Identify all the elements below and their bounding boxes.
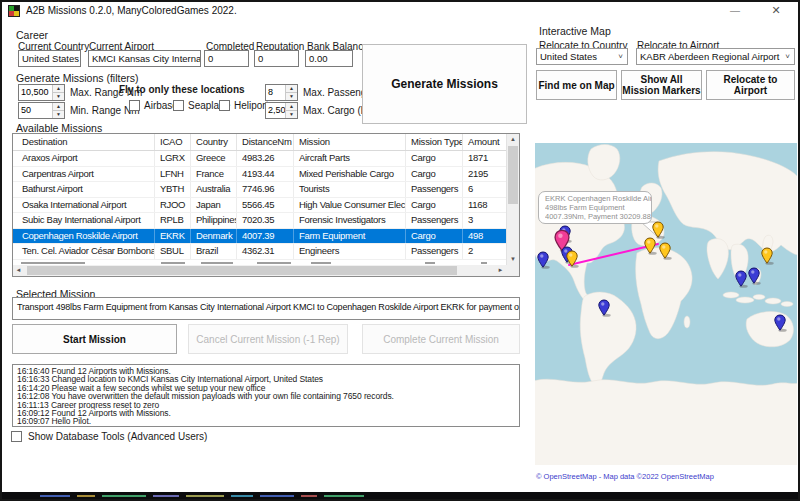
missions-table[interactable]: DestinationICAOCountryDistanceNmMissionM…: [12, 133, 520, 277]
map-pin-blue[interactable]: [747, 267, 761, 289]
map-pin-yellow[interactable]: [658, 242, 672, 264]
horizontal-scrollbar[interactable]: ◄ ►: [13, 265, 506, 276]
map-pin-blue[interactable]: [734, 270, 748, 292]
scroll-down-icon[interactable]: ▼: [507, 254, 519, 265]
stepper-down-icon[interactable]: ▼: [286, 111, 297, 118]
column-header[interactable]: Mission: [294, 134, 406, 150]
vertical-scrollbar[interactable]: ▲ ▼: [506, 134, 519, 265]
current-country-field[interactable]: United States: [18, 50, 81, 67]
column-header[interactable]: Mission Type: [406, 134, 463, 150]
log-box[interactable]: 16:16:40 Found 12 Airports with Missions…: [12, 364, 520, 427]
log-line: 16:12:08 You have overwritten the defaul…: [17, 392, 515, 400]
table-cell: Cargo: [406, 198, 463, 213]
tooltip-line: 498lbs Farm Equipment: [545, 203, 651, 212]
selected-mission-text[interactable]: Transport 498lbs Farm Equipment from Kan…: [12, 297, 520, 320]
log-line: 16:11:13 Career progress reset to zero: [17, 401, 515, 409]
cancel-mission-button[interactable]: Cancel Current Mission (-1 Rep): [188, 324, 348, 354]
max-range-stepper[interactable]: 10,500 ▲▼: [18, 84, 65, 101]
show-all-mission-markers-button[interactable]: Show All Mission Markers: [621, 70, 702, 100]
table-cell: 7746.96: [237, 182, 294, 197]
horizontal-scrollbar-thumb[interactable]: [27, 266, 457, 275]
table-row[interactable]: Subic Bay International AirportRPLBPhili…: [13, 213, 506, 229]
app-icon: [8, 5, 20, 17]
interactive-map[interactable]: EKRK Copenhagen Roskilde Airport 498lbs …: [535, 143, 797, 465]
max-passengers-stepper[interactable]: 8 ▲▼: [265, 84, 298, 101]
table-row[interactable]: Araxos AirportLGRXGreece4983.26Aircraft …: [13, 151, 506, 167]
stepper-down-icon[interactable]: ▼: [53, 111, 64, 118]
map-pin-yellow[interactable]: [643, 237, 657, 259]
column-header[interactable]: Amount: [463, 134, 506, 150]
max-cargo-stepper[interactable]: 2,500 ▲▼: [265, 102, 298, 119]
table-row[interactable]: Copenhagen Roskilde AirportEKRKDenmark40…: [13, 229, 506, 245]
heliport-checkbox-label: Heliport: [234, 100, 268, 111]
map-pin-blue[interactable]: [536, 251, 550, 273]
scroll-left-icon[interactable]: ◄: [13, 265, 24, 276]
min-range-value: 50: [19, 103, 52, 118]
table-row[interactable]: Osaka International AirportRJOOJapan5566…: [13, 198, 506, 214]
table-cell: 2: [463, 244, 506, 259]
relocate-to-airport-button[interactable]: Relocate to Airport: [706, 70, 795, 100]
bank-balance-field[interactable]: 0.00: [305, 50, 353, 67]
tooltip-line: EKRK Copenhagen Roskilde Airport: [545, 194, 651, 203]
table-cell: Australia: [191, 182, 237, 197]
table-cell: 6: [463, 182, 506, 197]
fly-locations-label: Fly to only these locations: [119, 84, 245, 95]
generate-missions-button[interactable]: Generate Missions: [362, 44, 527, 124]
relocate-country-value: United States: [540, 51, 597, 62]
current-airport-field[interactable]: KMCI Kansas City International Airport: [88, 50, 201, 67]
relocate-country-select[interactable]: United States ˅: [536, 48, 628, 65]
title-bar[interactable]: A2B Missions 0.2.0, ManyColoredGames 202…: [2, 2, 798, 20]
column-header[interactable]: ICAO: [155, 134, 191, 150]
table-cell: Mixed Perishable Cargo: [294, 167, 406, 182]
map-pin-blue[interactable]: [597, 299, 611, 321]
show-db-tools-checkbox[interactable]: [11, 431, 22, 442]
table-cell: Cargo: [406, 229, 463, 244]
completed-field[interactable]: 0: [204, 50, 249, 67]
table-cell: Engineers: [294, 244, 406, 259]
log-line: 16:09:12 Found 12 Airports with Missions…: [17, 409, 515, 417]
max-range-value: 10,500: [19, 85, 52, 100]
chevron-down-icon: ˅: [614, 52, 627, 61]
find-me-on-map-button[interactable]: Find me on Map: [536, 70, 617, 100]
scroll-right-icon[interactable]: ►: [495, 265, 506, 276]
vertical-scrollbar-thumb[interactable]: [508, 146, 518, 204]
table-row[interactable]: Carpentras AirportLFNHFrance4193.44Mixed…: [13, 167, 506, 183]
column-header[interactable]: DistanceNm: [237, 134, 294, 150]
table-row[interactable]: Ten. Cel. Aviador César Bombonato Airpor…: [13, 244, 506, 260]
stepper-up-icon[interactable]: ▲: [286, 103, 297, 111]
log-line: 16:09:07 Hello Pilot.: [17, 417, 515, 425]
column-header[interactable]: Destination: [13, 134, 155, 150]
table-header-row[interactable]: DestinationICAOCountryDistanceNmMissionM…: [13, 134, 506, 151]
table-row-partial[interactable]: [13, 260, 506, 265]
scroll-up-icon[interactable]: ▲: [507, 134, 519, 145]
map-pin-blue[interactable]: [773, 314, 787, 336]
min-range-stepper[interactable]: 50 ▲▼: [18, 102, 65, 119]
seaplane-checkbox[interactable]: [173, 100, 184, 111]
minimize-button[interactable]: —: [722, 6, 748, 18]
interactive-map-label: Interactive Map: [539, 25, 611, 37]
relocate-airport-select[interactable]: KABR Aberdeen Regional Airport ˅: [636, 48, 795, 65]
table-row[interactable]: Bathurst AirportYBTHAustralia7746.96Tour…: [13, 182, 506, 198]
stepper-up-icon[interactable]: ▲: [286, 85, 297, 93]
table-cell: LFNH: [155, 167, 191, 182]
heliport-checkbox[interactable]: [219, 100, 230, 111]
complete-mission-button[interactable]: Complete Current Mission: [362, 324, 520, 354]
close-button[interactable]: ✕: [762, 4, 790, 18]
table-cell: Denmark: [191, 229, 237, 244]
stepper-up-icon[interactable]: ▲: [53, 103, 64, 111]
stepper-down-icon[interactable]: ▼: [286, 93, 297, 100]
map-tooltip: EKRK Copenhagen Roskilde Airport 498lbs …: [538, 191, 652, 224]
airbase-checkbox[interactable]: [129, 100, 140, 111]
table-cell: 4362.31: [237, 244, 294, 259]
column-header[interactable]: Country: [191, 134, 237, 150]
table-cell: 5566.45: [237, 198, 294, 213]
reputation-field[interactable]: 0: [254, 50, 299, 67]
table-cell: Passengers: [406, 213, 463, 228]
map-attribution-link[interactable]: © OpenStreetMap - Map data ©2022 OpenStr…: [536, 472, 714, 481]
max-cargo-value: 2,500: [266, 103, 285, 118]
stepper-up-icon[interactable]: ▲: [53, 85, 64, 93]
stepper-down-icon[interactable]: ▼: [53, 93, 64, 100]
map-pin-yellow[interactable]: [565, 250, 579, 272]
start-mission-button[interactable]: Start Mission: [12, 324, 177, 354]
map-pin-yellow[interactable]: [760, 247, 774, 269]
